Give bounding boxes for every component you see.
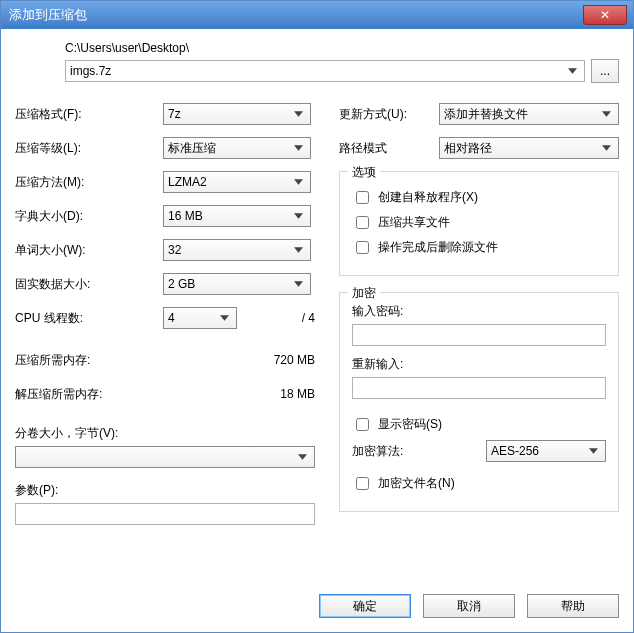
update-select[interactable]: 添加并替换文件 — [439, 103, 619, 125]
cancel-button[interactable]: 取消 — [423, 594, 515, 618]
method-value: LZMA2 — [168, 175, 207, 189]
showpwd-row[interactable]: 显示密码(S) — [352, 415, 606, 434]
delete-checkbox-row[interactable]: 操作完成后删除源文件 — [352, 238, 606, 257]
format-value: 7z — [168, 107, 181, 121]
level-value: 标准压缩 — [168, 140, 216, 157]
threads-select[interactable]: 4 — [163, 307, 237, 329]
level-select[interactable]: 标准压缩 — [163, 137, 311, 159]
cancel-label: 取消 — [457, 598, 481, 615]
chevron-down-icon — [290, 140, 306, 156]
params-label: 参数(P): — [15, 482, 315, 499]
chevron-down-icon — [585, 443, 601, 459]
shared-checkbox[interactable] — [356, 216, 369, 229]
solid-select[interactable]: 2 GB — [163, 273, 311, 295]
params-input[interactable] — [15, 503, 315, 525]
word-select[interactable]: 32 — [163, 239, 311, 261]
pathmode-label: 路径模式 — [339, 140, 439, 157]
format-select[interactable]: 7z — [163, 103, 311, 125]
pathmode-select[interactable]: 相对路径 — [439, 137, 619, 159]
split-combo[interactable] — [15, 446, 315, 468]
dialog-body: C:\Users\user\Desktop\ imgs.7z ... 压缩格式(… — [1, 29, 633, 632]
chevron-down-icon — [290, 208, 306, 224]
chevron-down-icon — [564, 63, 580, 79]
word-label: 单词大小(W): — [15, 242, 163, 259]
password-confirm-input[interactable] — [352, 377, 606, 399]
enc-method-value: AES-256 — [491, 444, 539, 458]
method-label: 压缩方法(M): — [15, 174, 163, 191]
close-icon: ✕ — [600, 8, 610, 22]
method-select[interactable]: LZMA2 — [163, 171, 311, 193]
archive-name-combo[interactable]: imgs.7z — [65, 60, 585, 82]
encnames-label: 加密文件名(N) — [378, 475, 455, 492]
showpwd-checkbox[interactable] — [356, 418, 369, 431]
chevron-down-icon — [216, 310, 232, 326]
enc-title: 加密 — [348, 285, 380, 302]
word-value: 32 — [168, 243, 181, 257]
browse-button[interactable]: ... — [591, 59, 619, 83]
chevron-down-icon — [290, 276, 306, 292]
delete-label: 操作完成后删除源文件 — [378, 239, 498, 256]
output-path: C:\Users\user\Desktop\ — [65, 41, 619, 55]
left-column: 压缩格式(F): 7z 压缩等级(L): 标准压缩 压缩方法(M): — [15, 103, 315, 525]
window-title: 添加到压缩包 — [9, 6, 87, 24]
options-title: 选项 — [348, 164, 380, 181]
encnames-checkbox[interactable] — [356, 477, 369, 490]
update-label: 更新方式(U): — [339, 106, 439, 123]
dict-label: 字典大小(D): — [15, 208, 163, 225]
titlebar: 添加到压缩包 ✕ — [1, 1, 633, 29]
close-button[interactable]: ✕ — [583, 5, 627, 25]
dict-value: 16 MB — [168, 209, 203, 223]
pwd2-label: 重新输入: — [352, 356, 606, 373]
pwd-label: 输入密码: — [352, 303, 606, 320]
solid-value: 2 GB — [168, 277, 195, 291]
threads-label: CPU 线程数: — [15, 310, 163, 327]
shared-checkbox-row[interactable]: 压缩共享文件 — [352, 213, 606, 232]
mem-decomp-label: 解压缩所需内存: — [15, 386, 163, 403]
ok-button[interactable]: 确定 — [319, 594, 411, 618]
ok-label: 确定 — [353, 598, 377, 615]
chevron-down-icon — [598, 106, 614, 122]
enc-method-label: 加密算法: — [352, 443, 486, 460]
split-label: 分卷大小，字节(V): — [15, 425, 315, 442]
sfx-checkbox-row[interactable]: 创建自释放程序(X) — [352, 188, 606, 207]
mem-decomp-value: 18 MB — [163, 387, 315, 401]
browse-label: ... — [600, 64, 610, 78]
options-group: 选项 创建自释放程序(X) 压缩共享文件 操作完成后删除源文件 — [339, 171, 619, 276]
sfx-label: 创建自释放程序(X) — [378, 189, 478, 206]
threads-max: / 4 — [245, 311, 315, 325]
chevron-down-icon — [290, 106, 306, 122]
dialog-window: 添加到压缩包 ✕ C:\Users\user\Desktop\ imgs.7z … — [0, 0, 634, 633]
showpwd-label: 显示密码(S) — [378, 416, 442, 433]
password-input[interactable] — [352, 324, 606, 346]
solid-label: 固实数据大小: — [15, 276, 163, 293]
encryption-group: 加密 输入密码: 重新输入: 显示密码(S) 加密算法: AES-256 — [339, 292, 619, 512]
format-label: 压缩格式(F): — [15, 106, 163, 123]
delete-checkbox[interactable] — [356, 241, 369, 254]
help-button[interactable]: 帮助 — [527, 594, 619, 618]
archive-name-value: imgs.7z — [70, 64, 111, 78]
chevron-down-icon — [598, 140, 614, 156]
shared-label: 压缩共享文件 — [378, 214, 450, 231]
encnames-row[interactable]: 加密文件名(N) — [352, 474, 606, 493]
mem-comp-value: 720 MB — [163, 353, 315, 367]
chevron-down-icon — [294, 449, 310, 465]
level-label: 压缩等级(L): — [15, 140, 163, 157]
chevron-down-icon — [290, 174, 306, 190]
right-column: 更新方式(U): 添加并替换文件 路径模式 相对路径 选项 — [339, 103, 619, 525]
sfx-checkbox[interactable] — [356, 191, 369, 204]
mem-comp-label: 压缩所需内存: — [15, 352, 163, 369]
chevron-down-icon — [290, 242, 306, 258]
update-value: 添加并替换文件 — [444, 106, 528, 123]
pathmode-value: 相对路径 — [444, 140, 492, 157]
button-row: 确定 取消 帮助 — [319, 594, 619, 618]
enc-method-select[interactable]: AES-256 — [486, 440, 606, 462]
help-label: 帮助 — [561, 598, 585, 615]
threads-value: 4 — [168, 311, 175, 325]
dict-select[interactable]: 16 MB — [163, 205, 311, 227]
